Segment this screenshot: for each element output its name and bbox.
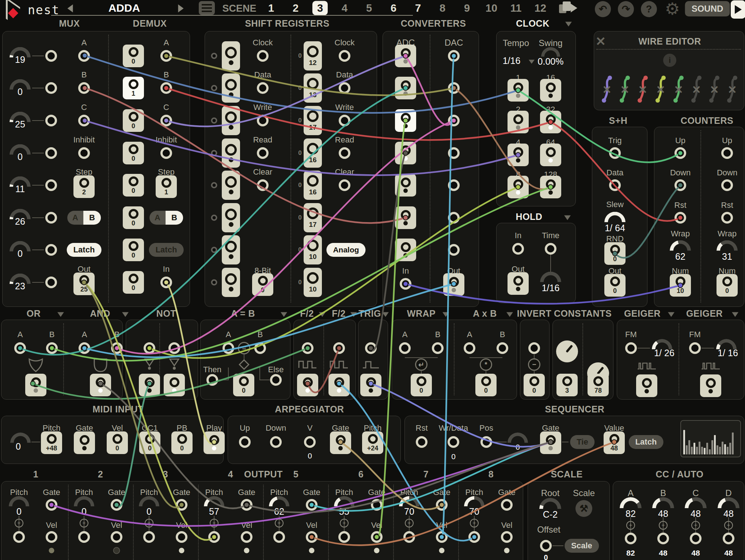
- out1-pitchcv-port[interactable]: [13, 531, 25, 543]
- and-dropdown-icon[interactable]: [122, 312, 129, 317]
- sh-data-port[interactable]: [609, 179, 621, 191]
- and-out-port[interactable]: [90, 374, 111, 396]
- sr-left-tap-2[interactable]: [211, 85, 217, 91]
- mux-out-port[interactable]: 25: [73, 273, 95, 295]
- dac-bit-2[interactable]: [448, 82, 460, 94]
- f2a-out-port[interactable]: [297, 374, 318, 396]
- wire-slot-4[interactable]: ✕: [653, 74, 669, 105]
- wrap-dropdown-icon[interactable]: [442, 312, 449, 317]
- mux-cv-port-1[interactable]: [45, 50, 57, 62]
- out3-pitchcv-port[interactable]: [143, 531, 155, 543]
- scene-6[interactable]: 6: [391, 2, 396, 14]
- adc-bit-5[interactable]: [395, 174, 416, 197]
- sr-left-clock-port[interactable]: [257, 50, 269, 62]
- f2a-dropdown-icon[interactable]: [319, 312, 326, 317]
- sr-left-cell-2[interactable]: [222, 73, 240, 103]
- aeb-then-port[interactable]: [206, 374, 218, 386]
- sr-left-tap-4[interactable]: [211, 150, 217, 156]
- mux-cv-port-3[interactable]: [45, 115, 57, 126]
- wire-slot-3[interactable]: ✕: [635, 74, 651, 105]
- axb-out-port[interactable]: 0: [475, 374, 497, 396]
- aeb-else-port[interactable]: [270, 374, 282, 386]
- wire-editor-info-icon[interactable]: i: [663, 54, 676, 67]
- sr-right-data-port[interactable]: [339, 82, 350, 94]
- sr-right-clear-port[interactable]: [339, 179, 350, 191]
- axb-a-port[interactable]: [464, 342, 475, 354]
- trig-dropdown-icon[interactable]: [382, 312, 389, 317]
- or-out-port[interactable]: [25, 374, 46, 396]
- mux-toggle-b[interactable]: B: [83, 211, 101, 225]
- sr-left-cell-1[interactable]: [222, 41, 240, 71]
- seq-gate-port[interactable]: [540, 431, 561, 454]
- sr-left-tap-1[interactable]: [211, 53, 217, 59]
- constant1-knob[interactable]: [556, 340, 578, 362]
- trig-out-port[interactable]: [360, 374, 381, 396]
- midi-gate-port[interactable]: [74, 431, 95, 454]
- dac-bit-6[interactable]: [448, 212, 460, 224]
- demux-cell-8[interactable]: 0: [123, 271, 144, 294]
- demux-inhibit-port[interactable]: [160, 147, 172, 159]
- demux-cell-1[interactable]: 0: [123, 45, 144, 67]
- play-button[interactable]: [731, 0, 745, 19]
- hold-in-port[interactable]: [512, 243, 524, 255]
- scene-4[interactable]: 4: [342, 2, 347, 14]
- seq-pos-port[interactable]: [480, 436, 492, 448]
- mux-ab-toggle[interactable]: A B: [67, 211, 101, 225]
- sr-8bit-port[interactable]: 0: [252, 273, 273, 296]
- mux-cv-port-2[interactable]: [45, 82, 57, 94]
- seq-latch-button[interactable]: Latch: [629, 435, 664, 449]
- clock-div-32-port[interactable]: [540, 111, 561, 133]
- out4-gate-port[interactable]: [241, 499, 252, 511]
- cc-c-port[interactable]: [690, 533, 702, 544]
- seq-tie-button[interactable]: Tie: [570, 435, 594, 449]
- dac-bit-1[interactable]: [448, 50, 460, 62]
- sr-left-cell-8[interactable]: [222, 268, 240, 297]
- out8-gate-port[interactable]: [501, 499, 513, 511]
- demux-step-port[interactable]: 1: [156, 175, 177, 198]
- wire-slot-8[interactable]: ✕: [724, 74, 740, 105]
- scene-2[interactable]: 2: [293, 2, 299, 14]
- counter2-down-port[interactable]: [721, 179, 733, 191]
- adc-bit-3[interactable]: [395, 109, 416, 132]
- counter2-rst-port[interactable]: [721, 212, 733, 224]
- scale-offset-port[interactable]: [540, 540, 552, 552]
- scene-7[interactable]: 7: [415, 2, 421, 14]
- out2-pitchcv-port[interactable]: [78, 531, 90, 543]
- sh-rnd-port[interactable]: 0: [604, 242, 626, 265]
- geiger1-fm-port[interactable]: [625, 342, 637, 354]
- aeb-dropdown-icon[interactable]: [281, 312, 287, 317]
- clock-swing-value[interactable]: 0.00%: [538, 56, 564, 67]
- out6-pitchcv-port[interactable]: [338, 531, 350, 543]
- sr-right-cell-1[interactable]: 12: [304, 41, 322, 71]
- demux-a-port[interactable]: [160, 50, 172, 62]
- undo-icon[interactable]: ↶: [595, 1, 611, 17]
- adc-in-port[interactable]: [400, 278, 411, 290]
- seq-step-display[interactable]: [680, 420, 741, 457]
- out4-vel-port[interactable]: [241, 531, 252, 543]
- sr-right-cell-5[interactable]: 16: [304, 171, 322, 200]
- sr-left-cell-4[interactable]: [222, 138, 240, 168]
- counter2-num-port[interactable]: 0: [717, 274, 738, 297]
- sr-right-cell-3[interactable]: 17: [304, 106, 322, 135]
- demux-b-port[interactable]: [160, 82, 172, 94]
- demux-c-port[interactable]: [160, 115, 172, 126]
- f2b-in-port[interactable]: [333, 342, 345, 354]
- not1-in-port[interactable]: [144, 342, 155, 354]
- dac-bit-4[interactable]: [448, 147, 460, 159]
- axb-b-port[interactable]: [497, 342, 508, 354]
- midi-pitch-port[interactable]: +48: [41, 431, 62, 454]
- sr-left-tap-5[interactable]: [211, 182, 217, 188]
- preset-next-button[interactable]: [178, 4, 184, 12]
- geiger1-out-port[interactable]: [636, 374, 657, 397]
- arp-up-port[interactable]: [239, 436, 251, 448]
- arp-down-port[interactable]: [270, 436, 282, 448]
- wire-slot-5[interactable]: ✕: [670, 74, 687, 105]
- wrap-a-port[interactable]: [399, 342, 411, 354]
- sr-left-tap-8[interactable]: [211, 279, 217, 286]
- geiger1-dropdown-icon[interactable]: [668, 312, 674, 317]
- midi-vel-port[interactable]: 0: [107, 431, 128, 454]
- or-a-port[interactable]: [14, 342, 26, 354]
- seq-rst-port[interactable]: [416, 436, 427, 448]
- demux-cell-5[interactable]: 0: [123, 174, 144, 197]
- demux-toggle-b[interactable]: B: [166, 211, 183, 225]
